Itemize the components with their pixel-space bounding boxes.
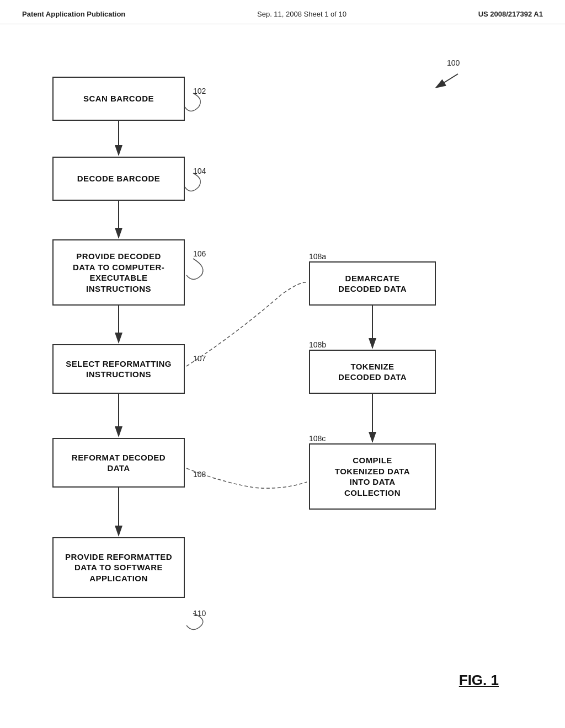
header-right: US 2008/217392 A1	[478, 10, 543, 18]
header-center: Sep. 11, 2008 Sheet 1 of 10	[257, 10, 347, 18]
header-left: Patent Application Publication	[22, 10, 125, 18]
svg-line-9	[436, 74, 458, 88]
diagram: 100 SCAN BARCODE 102 DECODE BARCODE 104 …	[0, 24, 565, 719]
box-compile: COMPILE TOKENIZED DATA INTO DATA COLLECT…	[309, 443, 436, 510]
ref-110: 110	[193, 609, 206, 618]
box-provide-decoded: PROVIDE DECODED DATA TO COMPUTER- EXECUT…	[52, 239, 185, 306]
box-decode: DECODE BARCODE	[52, 157, 185, 201]
header: Patent Application Publication Sep. 11, …	[0, 0, 565, 24]
ref-108a: 108a	[309, 252, 326, 261]
box-reformat: REFORMAT DECODED DATA	[52, 438, 185, 488]
box-demarcate: DEMARCATE DECODED DATA	[309, 261, 436, 306]
box-scan: SCAN BARCODE	[52, 77, 185, 121]
ref-108: 108	[193, 470, 206, 479]
box-select: SELECT REFORMATTING INSTRUCTIONS	[52, 344, 185, 394]
page: Patent Application Publication Sep. 11, …	[0, 0, 565, 728]
ref-100: 100	[447, 58, 460, 67]
ref-108c: 108c	[309, 434, 326, 443]
box-provide-reformatted: PROVIDE REFORMATTED DATA TO SOFTWARE APP…	[52, 537, 185, 598]
ref-104: 104	[193, 167, 206, 175]
figure-label: FIG. 1	[459, 672, 499, 689]
ref-102: 102	[193, 87, 206, 95]
ref-107: 107	[193, 354, 206, 363]
box-tokenize: TOKENIZE DECODED DATA	[309, 350, 436, 394]
ref-108b: 108b	[309, 340, 326, 349]
ref-106: 106	[193, 249, 206, 258]
